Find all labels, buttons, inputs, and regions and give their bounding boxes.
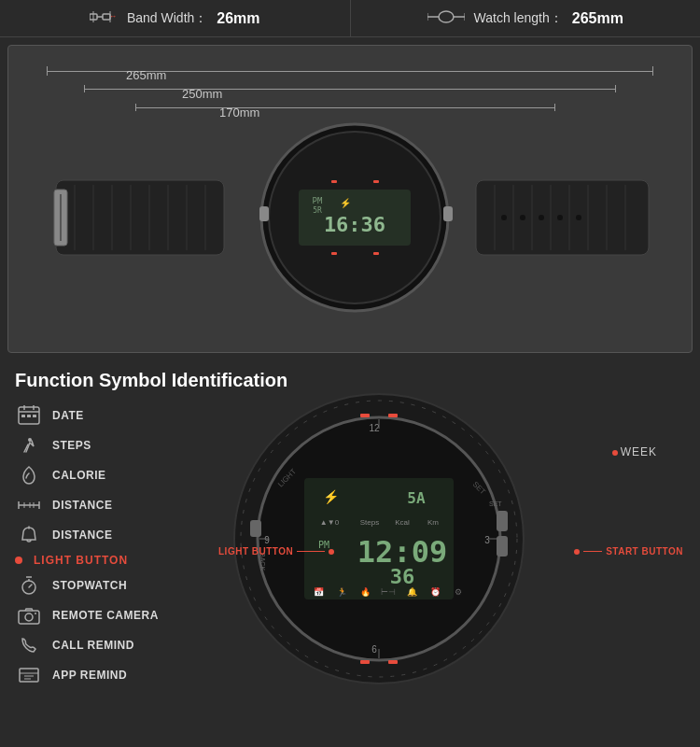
func-date: DATE	[15, 402, 202, 429]
function-section: Function Symbol Identification D	[0, 360, 700, 698]
watch-length-section: Watch length： 265mm	[351, 0, 701, 36]
svg-rect-67	[19, 611, 39, 624]
func-light: LIGHT BUTTON	[15, 552, 202, 569]
call-remind-label: CALL REMIND	[52, 639, 134, 652]
date-icon	[15, 404, 43, 427]
distance1-icon	[15, 494, 43, 516]
svg-rect-34	[259, 206, 269, 221]
svg-point-6	[439, 11, 454, 22]
band-width-label: Band Width：	[127, 10, 207, 27]
camera-icon	[15, 604, 43, 627]
svg-point-48	[576, 215, 581, 220]
svg-text:36: 36	[390, 565, 415, 588]
week-label: WEEK	[621, 445, 657, 458]
svg-text:9: 9	[264, 535, 270, 545]
watch-length-value: 265mm	[572, 10, 623, 27]
svg-text:↔: ↔	[109, 12, 117, 21]
svg-rect-29	[331, 180, 337, 183]
svg-text:Steps: Steps	[360, 518, 379, 527]
svg-text:⊢⊣: ⊢⊣	[381, 587, 396, 597]
calorie-label: CALORIE	[52, 469, 106, 482]
svg-point-47	[557, 215, 563, 220]
svg-text:6: 6	[371, 644, 377, 655]
label-250: 250mm	[182, 85, 222, 102]
svg-rect-30	[373, 180, 379, 183]
svg-rect-78	[497, 511, 508, 531]
distance1-label: DISTANCE	[52, 499, 112, 512]
svg-rect-80	[360, 414, 370, 417]
start-button-line: START BUTTON	[574, 546, 683, 557]
distance2-label: DISTANCE	[52, 529, 112, 542]
steps-icon	[15, 434, 43, 457]
calorie-icon	[15, 464, 43, 486]
svg-rect-53	[21, 415, 25, 417]
svg-text:Kcal: Kcal	[395, 518, 410, 527]
top-bar: ↔ Band Width： 26mm Watch length： 265mm	[0, 0, 700, 37]
func-distance1: DISTANCE	[15, 492, 202, 518]
svg-text:SET: SET	[489, 500, 502, 507]
steps-label: STEPS	[52, 439, 91, 452]
watch-face-area: WEEK 12 6 9	[202, 399, 685, 698]
band-width-section: ↔ Band Width： 26mm	[0, 0, 351, 36]
svg-text:⚙: ⚙	[455, 587, 462, 597]
watch-illustration: 16:36 PM 5R ⚡	[47, 106, 653, 330]
svg-rect-55	[33, 415, 36, 417]
measurement-250	[84, 85, 616, 92]
svg-text:Km: Km	[427, 518, 439, 527]
svg-text:📅: 📅	[314, 586, 325, 598]
light-button-line: LIGHT BUTTON	[218, 546, 334, 557]
svg-point-44	[501, 215, 507, 220]
svg-point-46	[539, 215, 544, 220]
svg-rect-83	[388, 660, 398, 664]
stopwatch-icon	[15, 574, 43, 597]
svg-text:12: 12	[369, 423, 380, 433]
band-width-value: 26mm	[217, 10, 259, 27]
light-button-text: LIGHT BUTTON	[218, 546, 293, 557]
light-label: LIGHT BUTTON	[34, 554, 128, 567]
svg-rect-82	[360, 660, 370, 664]
svg-rect-54	[27, 415, 31, 417]
svg-rect-70	[20, 669, 38, 682]
week-dot	[612, 450, 618, 456]
svg-line-65	[29, 585, 32, 587]
svg-rect-31	[331, 252, 337, 255]
func-remote-camera: REMOTE CAMERA	[15, 602, 202, 628]
svg-point-45	[520, 215, 525, 220]
func-call-remind: CALL REMIND	[15, 632, 202, 658]
svg-text:⚡: ⚡	[340, 197, 352, 209]
func-steps: STEPS	[15, 432, 202, 458]
start-button-text: START BUTTON	[606, 546, 683, 557]
svg-text:3: 3	[484, 535, 490, 545]
svg-rect-33	[443, 206, 453, 221]
func-calorie: CALORIE	[15, 462, 202, 488]
svg-rect-11	[56, 180, 224, 255]
watch-length-label: Watch length：	[474, 10, 563, 27]
watch-len-icon	[427, 7, 465, 29]
svg-text:5R: 5R	[313, 206, 322, 215]
function-list: DATE STEPS	[15, 399, 202, 698]
watch-face-svg: 12 6 9 3 ⚡ 5A ▲▼0 Steps	[230, 389, 528, 688]
svg-rect-32	[373, 252, 379, 255]
call-icon	[15, 634, 43, 656]
svg-text:🏃: 🏃	[337, 586, 348, 598]
svg-text:PM: PM	[313, 196, 323, 205]
svg-point-69	[35, 613, 36, 614]
svg-text:⚡: ⚡	[323, 489, 340, 505]
label-265: 265mm	[126, 66, 166, 83]
func-distance2: DISTANCE	[15, 522, 202, 548]
watch-diagram: 265mm 250mm 170mm	[7, 45, 693, 353]
date-label: DATE	[52, 409, 84, 422]
diagram-inner: 265mm 250mm 170mm	[33, 59, 667, 339]
distance2-icon	[15, 524, 43, 546]
light-dot	[15, 557, 22, 564]
svg-point-68	[25, 613, 33, 621]
svg-point-56	[28, 438, 32, 442]
svg-text:▲▼0: ▲▼0	[320, 518, 340, 527]
svg-text:🔥: 🔥	[360, 586, 371, 598]
band-icon: ↔	[90, 7, 118, 29]
app-remind-icon	[15, 664, 43, 686]
svg-text:🔔: 🔔	[407, 586, 418, 598]
func-stopwatch: STOPWATCH	[15, 572, 202, 599]
remote-camera-label: REMOTE CAMERA	[52, 609, 159, 622]
svg-text:16:36: 16:36	[324, 213, 385, 236]
